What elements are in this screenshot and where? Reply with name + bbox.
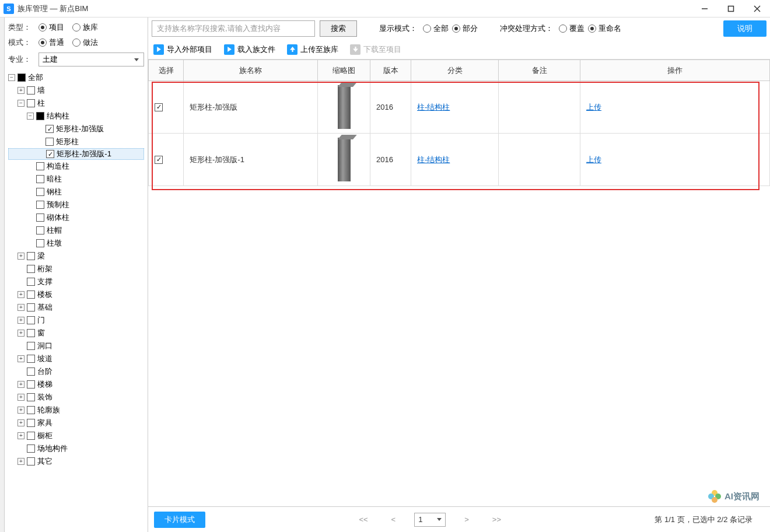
explain-button[interactable]: 说明	[723, 20, 766, 37]
checkbox[interactable]	[36, 162, 44, 170]
checkbox[interactable]	[46, 150, 54, 158]
tree-node[interactable]: +家具	[8, 416, 144, 429]
checkbox[interactable]	[27, 380, 35, 388]
tree-node[interactable]: +其它	[8, 455, 144, 468]
tree-node[interactable]: 构造柱	[8, 160, 144, 173]
tree-node[interactable]: +基础	[8, 301, 144, 314]
expand-icon[interactable]: +	[18, 432, 24, 439]
expand-icon[interactable]: +	[18, 381, 24, 388]
checkbox[interactable]	[27, 342, 35, 350]
first-page-button[interactable]: <<	[354, 514, 372, 525]
tree-node[interactable]: 场地构件	[8, 442, 144, 455]
expand-icon[interactable]: +	[18, 304, 24, 311]
upload-library-button[interactable]: 上传至族库	[285, 43, 340, 57]
discipline-select[interactable]: 土建	[38, 52, 144, 66]
tree-node[interactable]: 矩形柱-加强版-1	[8, 148, 144, 160]
tree-node[interactable]: +橱柜	[8, 429, 144, 442]
tree-node[interactable]: +窗	[8, 327, 144, 340]
checkbox[interactable]	[27, 265, 35, 273]
load-family-button[interactable]: 载入族文件	[222, 43, 277, 57]
mode-radio-normal[interactable]: 普通	[38, 37, 64, 48]
tree-node[interactable]: 台阶	[8, 365, 144, 378]
tree-node[interactable]: +门	[8, 314, 144, 327]
tree-node[interactable]: 支撑	[8, 275, 144, 288]
row-checkbox[interactable]	[155, 156, 163, 164]
expand-icon[interactable]: +	[18, 330, 24, 337]
expand-icon[interactable]: +	[18, 407, 24, 414]
row-checkbox[interactable]	[155, 103, 163, 111]
checkbox[interactable]	[27, 432, 35, 440]
tree-node[interactable]: +楼梯	[8, 378, 144, 391]
tree-node[interactable]: +装饰	[8, 391, 144, 404]
mode-radio-method[interactable]: 做法	[72, 37, 98, 48]
expand-icon[interactable]: +	[18, 253, 24, 260]
collapse-icon[interactable]: −	[18, 100, 24, 107]
checkbox[interactable]	[36, 175, 44, 183]
category-link[interactable]: 柱-结构柱	[417, 103, 450, 111]
checkbox[interactable]	[18, 74, 26, 82]
expand-icon[interactable]: +	[18, 291, 24, 298]
tree-node[interactable]: −结构柱	[8, 110, 144, 123]
checkbox[interactable]	[27, 393, 35, 401]
last-page-button[interactable]: >>	[488, 514, 506, 525]
category-link[interactable]: 柱-结构柱	[417, 155, 450, 164]
expand-icon[interactable]: +	[18, 317, 24, 324]
checkbox[interactable]	[27, 316, 35, 324]
checkbox[interactable]	[36, 239, 44, 247]
tree-node[interactable]: 洞口	[8, 340, 144, 352]
tree-node[interactable]: −柱	[8, 97, 144, 110]
checkbox[interactable]	[36, 214, 44, 222]
checkbox[interactable]	[27, 355, 35, 363]
checkbox[interactable]	[46, 138, 54, 146]
tree-node[interactable]: +楼板	[8, 288, 144, 301]
prev-page-button[interactable]: <	[387, 514, 401, 525]
type-radio-project[interactable]: 项目	[38, 22, 64, 33]
tree-node[interactable]: 钢柱	[8, 186, 144, 198]
checkbox[interactable]	[27, 86, 35, 94]
conflict-radio-rename[interactable]: 重命名	[588, 23, 621, 34]
tree-node[interactable]: +梁	[8, 250, 144, 262]
tree-node[interactable]: +坡道	[8, 352, 144, 365]
expand-icon[interactable]: +	[18, 419, 24, 426]
minimize-button[interactable]	[691, 0, 718, 18]
tree-node[interactable]: 矩形柱	[8, 135, 144, 148]
maximize-button[interactable]	[718, 0, 744, 18]
expand-icon[interactable]: +	[18, 394, 24, 401]
checkbox[interactable]	[27, 278, 35, 286]
checkbox[interactable]	[27, 457, 35, 466]
checkbox[interactable]	[27, 303, 35, 312]
checkbox[interactable]	[36, 226, 44, 235]
display-radio-all[interactable]: 全部	[423, 23, 449, 34]
search-button[interactable]: 搜索	[320, 20, 357, 37]
checkbox[interactable]	[27, 444, 35, 453]
tree-node[interactable]: 预制柱	[8, 198, 144, 211]
upload-link[interactable]: 上传	[586, 103, 601, 111]
upload-link[interactable]: 上传	[586, 155, 601, 164]
collapse-icon[interactable]: −	[8, 74, 15, 81]
checkbox[interactable]	[36, 112, 44, 120]
collapse-icon[interactable]: −	[27, 113, 34, 120]
search-input[interactable]: 支持族名称字段搜索,请输入查找内容	[152, 20, 315, 37]
close-button[interactable]	[744, 0, 770, 18]
tree-node[interactable]: −全部	[8, 71, 144, 84]
checkbox[interactable]	[27, 406, 35, 414]
tree-node[interactable]: 矩形柱-加强版	[8, 123, 144, 135]
tree-node[interactable]: 柱墩	[8, 237, 144, 250]
page-select[interactable]: 1	[414, 513, 446, 527]
tree-node[interactable]: 桁架	[8, 262, 144, 275]
checkbox[interactable]	[46, 125, 54, 133]
tree-node[interactable]: 砌体柱	[8, 211, 144, 224]
card-mode-button[interactable]: 卡片模式	[154, 512, 205, 528]
checkbox[interactable]	[36, 201, 44, 209]
tree-node[interactable]: 暗柱	[8, 173, 144, 186]
tree-node[interactable]: +墙	[8, 84, 144, 97]
checkbox[interactable]	[27, 99, 35, 107]
checkbox[interactable]	[27, 368, 35, 376]
expand-icon[interactable]: +	[18, 87, 24, 94]
type-radio-library[interactable]: 族库	[72, 22, 98, 33]
display-radio-part[interactable]: 部分	[452, 23, 478, 34]
expand-icon[interactable]: +	[18, 458, 24, 465]
tree-node[interactable]: +轮廓族	[8, 404, 144, 416]
checkbox[interactable]	[27, 252, 35, 260]
tree-node[interactable]: 柱帽	[8, 224, 144, 237]
